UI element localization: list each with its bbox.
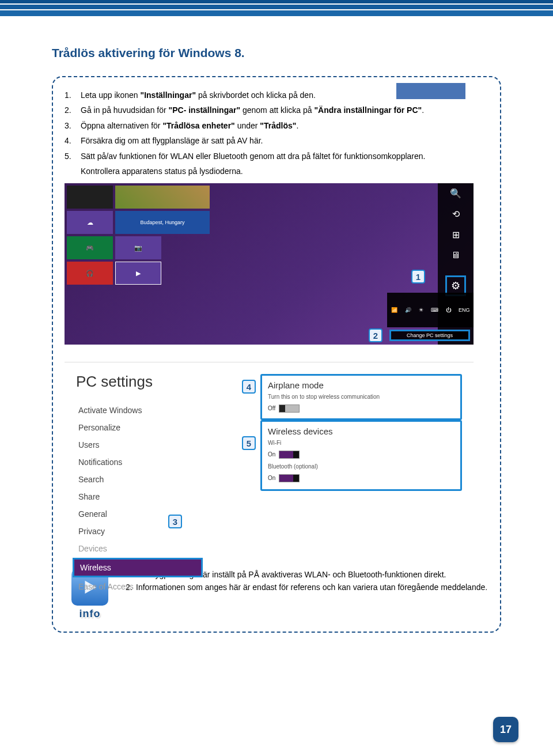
bt-label: Bluetooth (optional) bbox=[268, 463, 454, 470]
nav-item[interactable]: Personalize bbox=[76, 419, 203, 436]
nav-item[interactable]: Search bbox=[76, 471, 203, 487]
step-number bbox=[65, 165, 81, 177]
nav-item[interactable]: Activate Windows bbox=[76, 402, 203, 418]
nav-item[interactable]: Privacy bbox=[76, 523, 203, 539]
airplane-title: Airplane mode bbox=[268, 380, 454, 390]
step-text: Öppna alternativen för "Trådlösa enheter… bbox=[81, 119, 298, 132]
wireless-devices-box: Wireless devices Wi-Fi On Bluetooth (opt… bbox=[260, 420, 462, 491]
tile bbox=[115, 186, 210, 209]
wireless-title: Wireless devices bbox=[268, 426, 454, 436]
pc-settings-title: PC settings bbox=[76, 373, 203, 391]
tile: ☁ bbox=[67, 211, 113, 234]
step-text: Försäkra dig om att flygplansläge är sat… bbox=[81, 134, 263, 147]
volume-icon[interactable]: 🔊 bbox=[405, 307, 411, 313]
share-icon[interactable]: ⟲ bbox=[449, 207, 462, 220]
bt-toggle[interactable]: On bbox=[268, 474, 300, 482]
change-pc-settings-button[interactable]: Change PC settings bbox=[389, 330, 470, 341]
step-number: 3. bbox=[65, 119, 81, 132]
airplane-desc: Turn this on to stop wireless communicat… bbox=[268, 394, 454, 400]
tile bbox=[67, 186, 113, 209]
airplane-state: Off bbox=[268, 405, 275, 411]
settings-quick-panel: 📶 🔊 ☀ ⌨ ⏻ ENG bbox=[387, 293, 474, 327]
step-number: 4. bbox=[65, 134, 81, 147]
step-number: 5. bbox=[65, 150, 81, 162]
nav-item[interactable]: Notifications bbox=[76, 454, 203, 470]
tile: 🎧 bbox=[67, 262, 113, 285]
callout-3: 3 bbox=[168, 515, 182, 528]
page-title: Trådlös aktivering för Windows 8. bbox=[52, 46, 501, 60]
step-text: Leta upp ikonen "Inställningar" på skriv… bbox=[81, 89, 316, 101]
bt-state: On bbox=[268, 475, 275, 481]
nav-item[interactable]: Users bbox=[76, 437, 203, 453]
keyboard-icon[interactable]: ⌨ bbox=[431, 307, 438, 313]
page-number: 17 bbox=[493, 717, 518, 742]
callout-5: 5 bbox=[242, 436, 256, 450]
nav-item-wireless[interactable]: Wireless bbox=[73, 558, 203, 577]
wifi-icon[interactable]: 📶 bbox=[391, 307, 397, 313]
search-icon[interactable]: 🔍 bbox=[449, 187, 462, 199]
dashed-container: 1.Leta upp ikonen "Inställningar" på skr… bbox=[52, 76, 501, 633]
step-number: 2. bbox=[65, 104, 81, 116]
nav-item[interactable]: Share bbox=[76, 489, 203, 505]
step-number: 1. bbox=[65, 89, 81, 101]
header-bars bbox=[0, 0, 553, 16]
devices-icon[interactable]: 🖥 bbox=[449, 249, 462, 262]
airplane-toggle[interactable]: Off bbox=[268, 405, 300, 413]
tile: Budapest, Hungary bbox=[115, 211, 210, 234]
step-tail: Kontrollera apparatens status på lysdiod… bbox=[81, 165, 243, 177]
pc-settings-nav: PC settings Activate Windows Personalize… bbox=[76, 373, 203, 596]
step-text: Gå in på huvudsidan för "PC- inställning… bbox=[81, 104, 424, 116]
callout-4: 4 bbox=[242, 380, 256, 394]
screenshot-pc-settings: PC settings Activate Windows Personalize… bbox=[65, 362, 474, 561]
nav-item[interactable]: Devices bbox=[76, 540, 203, 557]
nav-item[interactable]: General bbox=[76, 506, 203, 522]
accent-tab bbox=[396, 83, 465, 99]
wifi-toggle[interactable]: On bbox=[268, 451, 300, 459]
start-icon[interactable]: ⊞ bbox=[449, 228, 462, 241]
wifi-state: On bbox=[268, 451, 275, 458]
info-label: info bbox=[65, 608, 115, 620]
lang-icon[interactable]: ENG bbox=[459, 307, 470, 313]
nav-item[interactable]: Ease of Access bbox=[76, 579, 203, 595]
tile: 📷 bbox=[115, 236, 161, 259]
screenshot-start-screen: ☁ Budapest, Hungary 🎮 📷 🎧 ▶ 🔍 ⟲ ⊞ 🖥 ⚙ bbox=[65, 183, 474, 345]
brightness-icon[interactable]: ☀ bbox=[419, 307, 423, 313]
power-icon[interactable]: ⏻ bbox=[446, 307, 451, 313]
step-text: Sätt på/av funktionen för WLAN eller Blu… bbox=[81, 150, 425, 162]
airplane-mode-box: Airplane mode Turn this on to stop wirel… bbox=[260, 374, 462, 420]
tile: 🎮 bbox=[67, 236, 113, 259]
tile: ▶ bbox=[115, 262, 161, 285]
callout-1: 1 bbox=[411, 270, 425, 284]
step-list: 1.Leta upp ikonen "Inställningar" på skr… bbox=[65, 89, 488, 177]
callout-2: 2 bbox=[369, 328, 382, 342]
wifi-label: Wi-Fi bbox=[268, 440, 454, 446]
